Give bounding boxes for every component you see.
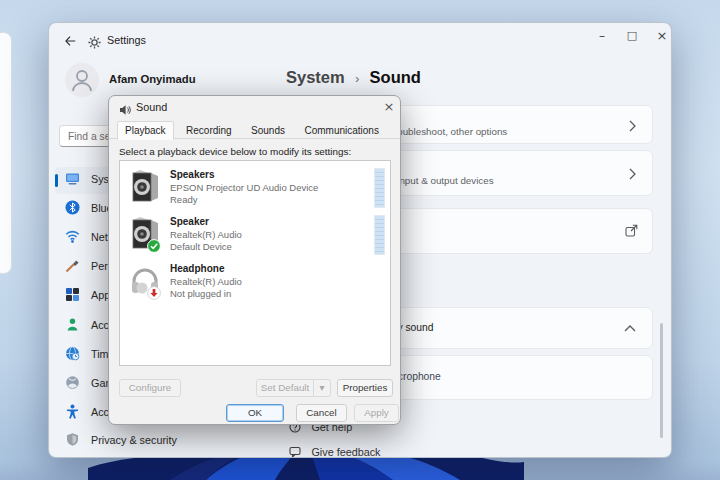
speaker-icon — [119, 102, 131, 120]
desktop: Settings – □ × Afam Onyimadu System › So… — [0, 0, 720, 480]
avatar[interactable] — [65, 63, 99, 97]
apply-button[interactable]: Apply — [354, 404, 399, 422]
network-icon — [65, 229, 80, 248]
system-icon — [65, 171, 80, 190]
set-default-button[interactable]: Set Default — [256, 379, 314, 397]
person-icon — [65, 63, 99, 97]
device-description: Realtek(R) Audio — [170, 229, 242, 242]
chevron-right-icon — [629, 120, 636, 132]
device-status: Ready — [170, 194, 318, 207]
device-name: Speaker — [170, 216, 242, 229]
configure-button[interactable]: Configure — [119, 379, 181, 397]
tab-communications[interactable]: Communications — [297, 123, 385, 139]
accounts-icon — [65, 317, 80, 336]
external-link-icon — [625, 224, 638, 237]
time-language-icon — [65, 346, 80, 365]
back-arrow-icon — [63, 34, 77, 48]
accessibility-icon — [65, 404, 80, 423]
playback-device-list: Speakers EPSON Projector UD Audio Device… — [119, 160, 391, 366]
breadcrumb-separator-icon: › — [355, 72, 359, 86]
breadcrumb: System › Sound — [286, 68, 421, 87]
scrollbar[interactable] — [660, 323, 663, 438]
dialog-prompt: Select a playback device below to modify… — [119, 146, 351, 157]
dialog-close-button[interactable]: × — [381, 99, 397, 114]
background-window-sliver — [0, 32, 12, 274]
tab-sounds[interactable]: Sounds — [244, 123, 292, 139]
feedback-icon — [289, 446, 301, 458]
gaming-icon — [65, 375, 80, 394]
privacy-icon — [65, 432, 80, 451]
window-title: Settings — [107, 34, 146, 46]
sidebar-item-privacy[interactable]: Privacy & security — [91, 434, 177, 446]
device-description: EPSON Projector UD Audio Device — [170, 182, 318, 195]
volume-meter — [374, 215, 385, 255]
give-feedback-label: Give feedback — [311, 446, 380, 458]
default-check-badge-icon — [147, 239, 161, 257]
tab-strip: Playback Recording Sounds Communications — [109, 120, 401, 139]
chevron-right-icon — [629, 168, 636, 180]
tab-recording[interactable]: Recording — [179, 123, 239, 139]
device-status: Default Device — [170, 241, 242, 254]
device-name: Headphone — [170, 263, 242, 276]
settings-gear-icon — [88, 35, 101, 53]
back-button[interactable] — [63, 34, 77, 52]
close-button[interactable]: × — [649, 28, 672, 43]
personalisation-icon — [65, 258, 80, 277]
user-name: Afam Onyimadu — [109, 73, 196, 85]
device-row-speaker[interactable]: Speaker Realtek(R) Audio Default Device — [120, 211, 390, 257]
selected-indicator — [55, 174, 58, 187]
page-title: Sound — [370, 68, 421, 86]
device-description: Realtek(R) Audio — [170, 276, 242, 289]
minimize-button[interactable]: – — [589, 29, 615, 43]
chevron-up-icon — [624, 325, 636, 332]
device-row-headphone[interactable]: Headphone Realtek(R) Audio Not plugged i… — [120, 258, 390, 304]
volume-meter — [374, 168, 385, 208]
bluetooth-icon — [65, 200, 80, 219]
tab-playback[interactable]: Playback — [117, 121, 174, 140]
speaker-device-icon — [128, 169, 162, 207]
cancel-button[interactable]: Cancel — [296, 404, 347, 422]
device-row-speakers[interactable]: Speakers EPSON Projector UD Audio Device… — [120, 164, 390, 210]
sound-dialog: Sound × Playback Recording Sounds Commun… — [108, 95, 401, 425]
give-feedback-link[interactable]: Give feedback — [289, 442, 380, 458]
properties-button[interactable]: Properties — [337, 379, 393, 397]
maximize-button[interactable]: □ — [619, 29, 645, 42]
ok-button[interactable]: OK — [226, 404, 284, 422]
device-status: Not plugged in — [170, 288, 242, 301]
set-default-dropdown-button[interactable]: ▾ — [313, 379, 331, 397]
device-name: Speakers — [170, 169, 318, 182]
not-plugged-badge-icon — [147, 286, 161, 304]
breadcrumb-parent[interactable]: System — [286, 68, 345, 86]
dialog-title: Sound — [136, 101, 167, 113]
apps-icon — [65, 287, 80, 306]
